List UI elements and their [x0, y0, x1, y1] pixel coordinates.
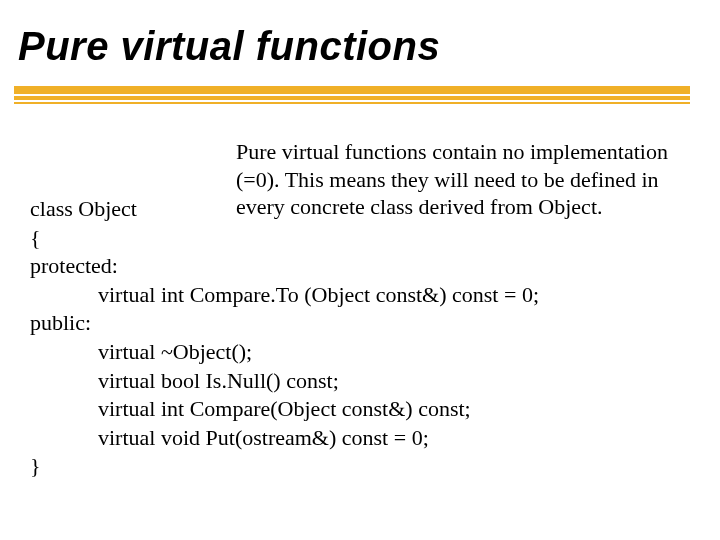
code-line: virtual void Put(ostream&) const = 0;	[30, 424, 690, 453]
code-line: public:	[30, 309, 690, 338]
code-line: protected:	[30, 252, 690, 281]
code-line: virtual int Compare.To (Object const&) c…	[30, 281, 690, 310]
slide-title: Pure virtual functions	[18, 24, 440, 69]
code-line: }	[30, 452, 690, 481]
code-line: class Object	[30, 195, 690, 224]
underline-bar-thick	[14, 86, 690, 94]
code-line: virtual int Compare(Object const&) const…	[30, 395, 690, 424]
title-underline	[14, 86, 690, 112]
code-line: {	[30, 224, 690, 253]
code-line: virtual ~Object();	[30, 338, 690, 367]
slide: Pure virtual functions Pure virtual func…	[0, 0, 720, 540]
code-line: virtual bool Is.Null() const;	[30, 367, 690, 396]
underline-bar-thin	[14, 102, 690, 104]
underline-bar-medium	[14, 96, 690, 100]
code-block: class Object { protected: virtual int Co…	[30, 195, 690, 481]
